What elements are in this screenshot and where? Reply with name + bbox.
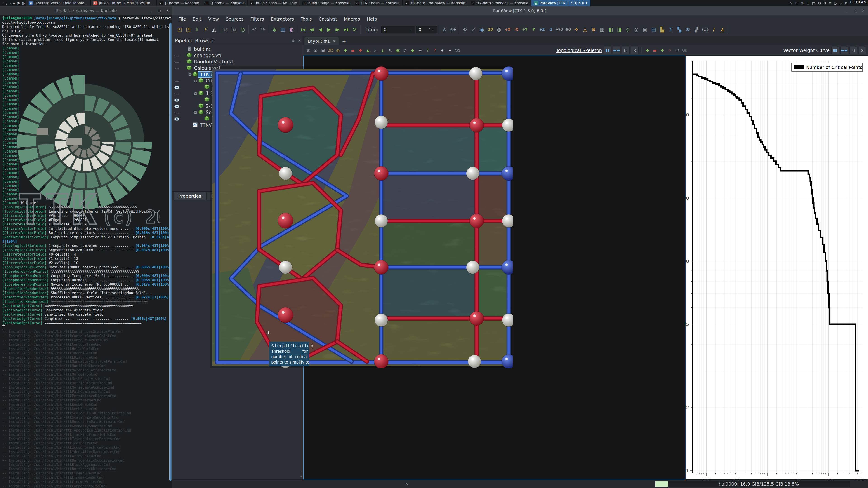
menu-extractors[interactable]: Extractors [268, 15, 297, 22]
capture-icon[interactable]: ◉ [312, 47, 319, 54]
menu-catalyst[interactable]: Catalyst [316, 15, 340, 22]
network-icon[interactable]: ⇅ [801, 1, 804, 5]
select-block-icon[interactable]: ▦ [394, 47, 401, 54]
python-trace-icon[interactable]: ≋ [684, 26, 692, 33]
screen-share-icon[interactable]: ⧉ [845, 1, 847, 5]
select-polygon-icon[interactable]: ◭ [379, 47, 386, 54]
tree-expander-icon[interactable]: ⊟ [193, 92, 198, 96]
chart-add-icon[interactable]: ✚ [644, 47, 651, 54]
keyboard-layout[interactable]: fr [824, 1, 826, 5]
surface-rep-icon[interactable]: ▦ [598, 26, 606, 33]
maximize-view-button[interactable]: ▢ [849, 46, 857, 54]
visibility-eye-icon[interactable] [172, 103, 181, 109]
sphere-widget-icon[interactable]: ◎ [633, 26, 640, 33]
layout-tab-add[interactable]: + [339, 39, 349, 45]
user-switch-icon[interactable]: ⚇ [795, 1, 798, 5]
taskbar-window[interactable]: ◉Discrete Vector Field Topolo... [26, 0, 90, 6]
paraview-titlebar[interactable]: ParaView [TTK 1.3.0] 6.0.1 –▢✕ [172, 6, 868, 15]
zoom-add-icon[interactable]: ◎+ [450, 26, 457, 33]
maximize-view-button[interactable]: ▢ [622, 46, 629, 54]
taskbar-window[interactable]: ›_build : ninja — Konsole [300, 0, 352, 6]
background-color-icon[interactable]: ▥ [279, 26, 287, 33]
plot-matrix-icon[interactable]: ▚ [676, 26, 683, 33]
pipeline-close-icon[interactable]: ✕ [298, 39, 301, 43]
menu-file[interactable]: File [176, 15, 189, 22]
split-vertical-button[interactable]: ▬▬ [840, 46, 848, 54]
menu-view[interactable]: View [205, 15, 222, 22]
minimize-button[interactable]: – [149, 8, 154, 13]
close-button[interactable]: ✕ [165, 8, 170, 13]
rotate-90-cw-icon[interactable]: +90 [555, 26, 563, 33]
select-cells-on-icon[interactable]: ✚ [357, 47, 364, 54]
shrink-selection-icon[interactable]: － [446, 47, 453, 54]
app-menu-icon[interactable]: ⋮⋮ [1, 1, 8, 5]
taskbar-window[interactable]: ›_() home — Konsole [202, 0, 248, 6]
tree-expander-icon[interactable]: ⊟ [193, 110, 198, 115]
reset-camera-icon[interactable]: ⟲ [461, 26, 469, 33]
chart-scatter-icon[interactable]: ⁘ [666, 47, 673, 54]
reset-closest-icon[interactable]: ◉ [478, 26, 486, 33]
plane-widget-icon[interactable]: ◇ [624, 26, 632, 33]
save-icon[interactable]: ◳ [184, 26, 192, 33]
volume-muted-icon[interactable]: ⊘ [818, 1, 821, 5]
ruler-widget-icon[interactable]: ◨ [616, 26, 623, 33]
layout-tab[interactable]: Layout #1 × [304, 37, 339, 45]
plus-y-icon[interactable]: +Y [521, 26, 529, 33]
printer-icon[interactable]: ⎙ [834, 1, 837, 5]
zoom-box-icon[interactable]: ◍ [335, 47, 341, 54]
edit-widget-icon[interactable]: ◧ [607, 26, 615, 33]
pager-icon[interactable]: ▱▰ [10, 1, 15, 5]
histogram-icon[interactable]: ▙ [658, 26, 666, 33]
taskbar-window[interactable]: ✉Julien Tierny (GMail 2025)/In... [91, 0, 157, 6]
grow-selection-icon[interactable]: ＋ [439, 47, 446, 54]
interactive-cells-icon[interactable]: ◇ [402, 47, 408, 54]
scroll-arrows[interactable]: ⌃⌄ [300, 471, 303, 478]
tree-expander-icon[interactable]: ⊟ [187, 72, 192, 76]
split-horizontal-button[interactable]: ▮▮ [831, 46, 839, 54]
display-icon[interactable]: ⧈ [829, 1, 831, 5]
pipeline-item[interactable]: builtin: [172, 46, 303, 53]
tab-properties[interactable]: Properties [174, 192, 206, 200]
zoom-to-data-icon[interactable]: ⤢ [469, 26, 477, 33]
frame-spin-icons[interactable]: ⌃ ⌄ [429, 28, 434, 31]
visibility-eye-icon[interactable] [172, 97, 181, 103]
chart-add-points-icon[interactable]: ✚ [659, 47, 665, 54]
shader-icon[interactable]: ▞ [693, 26, 701, 33]
curly-icon[interactable]: {..} [702, 26, 709, 33]
minus-z-icon[interactable]: -Z [547, 26, 555, 33]
rotate-90-ccw-icon[interactable]: -90 [564, 26, 572, 33]
time-dropdown-icon[interactable]: ⌄ [410, 28, 413, 31]
split-horizontal-button[interactable]: ▮▮ [604, 46, 612, 54]
taskbar-window[interactable]: ›_() home — Konsole [157, 0, 202, 6]
palette-icon[interactable]: ◐ [288, 26, 296, 33]
chart-remove-icon[interactable]: ▬ [651, 47, 658, 54]
protractor-icon[interactable]: ∡ [719, 26, 726, 33]
menu-help[interactable]: Help [364, 15, 380, 22]
taskbar-window[interactable]: ›_ttk-data : paraview — Konsole [403, 0, 468, 6]
taskbar-window[interactable]: ◭ParaView [TTK 1.3.0] 6.0.1 [531, 0, 590, 6]
lasso-icon[interactable]: ✎ [387, 47, 394, 54]
menu-edit[interactable]: Edit [190, 15, 204, 22]
hover-cells-icon[interactable]: ✛ [416, 47, 423, 54]
clear-selection-icon[interactable]: ⌫ [454, 47, 461, 54]
first-frame-icon[interactable]: ▮◀ [299, 26, 307, 33]
terminal-scrollbar[interactable] [169, 23, 172, 481]
plus-z-icon[interactable]: +Z [538, 26, 546, 33]
close-view-button[interactable]: x [859, 46, 866, 54]
remove-view-icon[interactable]: ▬ [349, 47, 356, 54]
pipeline-item[interactable]: changes.vti [172, 53, 303, 59]
capture-icon[interactable]: ⧉ [230, 26, 238, 33]
menu-macros[interactable]: Macros [341, 15, 363, 22]
zoom-to-box-icon[interactable]: ◍ [495, 26, 503, 33]
maximize-button[interactable]: ▢ [157, 8, 162, 13]
zoom-select-icon[interactable]: ◎ [441, 26, 448, 33]
redo-icon[interactable]: ↷ [259, 26, 267, 33]
show-orientation-axes-icon[interactable]: ◬ [581, 26, 589, 33]
clock[interactable]: 11:10 AM [849, 0, 868, 6]
settings-icon[interactable]: ◍ [22, 1, 25, 5]
taskbar-window[interactable]: ›_ttk-data : mkdocs — Konsole [468, 0, 531, 6]
terminal[interactable]: julien@hal9000 /data/julien/git/github/t… [0, 15, 172, 488]
tree-expander-icon[interactable]: ⊟ [193, 79, 198, 83]
close-view-button[interactable]: x [631, 46, 639, 54]
menu-tools[interactable]: Tools [298, 15, 315, 22]
